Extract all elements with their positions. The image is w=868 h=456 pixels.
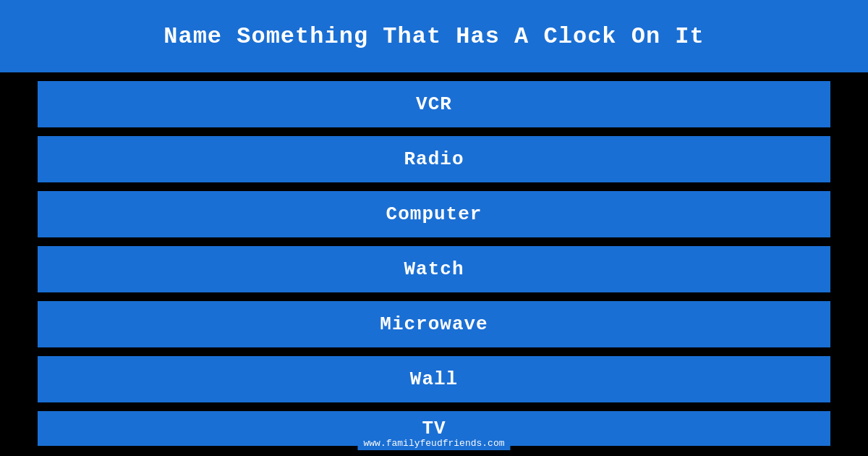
header: Name Something That Has A Clock On It <box>0 0 868 72</box>
answer-label-6: Wall <box>410 368 458 390</box>
answer-label-4: Watch <box>404 258 464 280</box>
answer-label-2: Radio <box>404 148 464 170</box>
answer-row-6[interactable]: Wall <box>36 355 832 404</box>
answer-label-5: Microwave <box>380 313 488 335</box>
page-title: Name Something That Has A Clock On It <box>163 23 705 50</box>
answer-row-3[interactable]: Computer <box>36 190 832 239</box>
content-area: VCR Radio Computer Watch Microwave Wall … <box>0 72 868 456</box>
answer-label-3: Computer <box>386 203 482 225</box>
answer-row-1[interactable]: VCR <box>36 80 832 129</box>
answer-row-2[interactable]: Radio <box>36 135 832 184</box>
footer-url: www.familyfeudfriends.com <box>357 436 510 450</box>
answer-row-5[interactable]: Microwave <box>36 300 832 349</box>
answer-label-1: VCR <box>416 93 452 115</box>
answer-row-4[interactable]: Watch <box>36 245 832 294</box>
